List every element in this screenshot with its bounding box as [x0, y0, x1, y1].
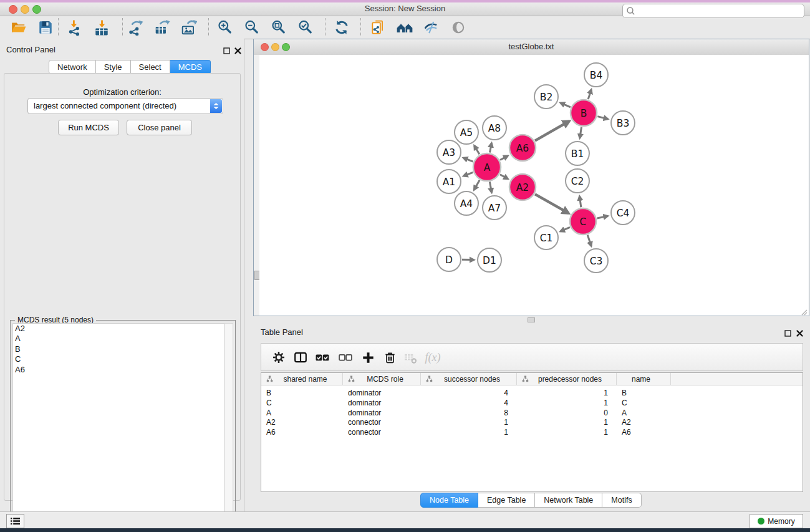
- tab-select[interactable]: Select: [131, 60, 170, 74]
- network-window-titlebar[interactable]: testGlobe.txt: [254, 39, 809, 56]
- cell-predecessor-nodes: 1: [517, 418, 608, 427]
- graph-node-D[interactable]: D: [437, 248, 461, 271]
- table-settings-icon[interactable]: [271, 350, 287, 365]
- export-image-icon[interactable]: [180, 19, 198, 36]
- result-item-A2[interactable]: A2: [13, 324, 225, 334]
- graph-edge-B-B1[interactable]: [580, 127, 582, 138]
- graph-node-A[interactable]: A: [473, 153, 501, 181]
- tab-style[interactable]: Style: [96, 60, 131, 74]
- import-table-icon[interactable]: [93, 19, 110, 36]
- zoom-out-icon[interactable]: [243, 19, 261, 36]
- result-item-B[interactable]: B: [13, 344, 225, 354]
- optimization-criterion-dropdown[interactable]: largest connected component (directed): [27, 98, 223, 114]
- home-view-icon[interactable]: [396, 19, 413, 36]
- graph-edge-A-A8[interactable]: [489, 143, 491, 153]
- deselect-all-icon[interactable]: [337, 350, 354, 365]
- horizontal-splitter[interactable]: [253, 316, 810, 322]
- graph-edge-A-A7[interactable]: [489, 182, 491, 193]
- zoom-fit-icon[interactable]: [270, 19, 287, 36]
- tab-network[interactable]: Network: [49, 60, 96, 74]
- graph-node-C2[interactable]: C2: [566, 169, 589, 193]
- tab-mcds[interactable]: MCDS: [170, 60, 211, 74]
- zoom-selected-icon[interactable]: [297, 19, 314, 36]
- save-session-icon[interactable]: [37, 19, 54, 36]
- result-item-A6[interactable]: A6: [13, 365, 225, 375]
- column-header-shared-name[interactable]: shared name: [261, 373, 343, 385]
- column-header-successor-nodes[interactable]: successor nodes: [421, 373, 517, 385]
- select-all-icon[interactable]: [314, 350, 330, 365]
- export-network-icon[interactable]: [127, 19, 144, 36]
- graph-node-B1[interactable]: B1: [566, 142, 589, 165]
- mcds-tab-content: Optimization criterion: largest connecte…: [4, 73, 241, 501]
- graph-node-C4[interactable]: C4: [611, 201, 635, 225]
- show-graphics-details-icon[interactable]: [450, 19, 467, 36]
- graph-edge-B-B3[interactable]: [597, 117, 607, 119]
- graph-edge-B-B2[interactable]: [561, 103, 571, 107]
- graph-node-A1[interactable]: A1: [437, 170, 461, 193]
- graph-node-A4[interactable]: A4: [455, 191, 478, 215]
- open-file-icon[interactable]: [10, 19, 27, 36]
- export-table-icon[interactable]: [153, 19, 171, 36]
- hide-graphics-details-icon[interactable]: [423, 19, 440, 36]
- graph-node-A7[interactable]: A7: [483, 196, 506, 220]
- graph-edge-A-A4[interactable]: [474, 180, 480, 190]
- graph-node-C[interactable]: C: [570, 208, 596, 235]
- graph-node-B[interactable]: B: [571, 100, 597, 126]
- delete-column-icon[interactable]: [382, 350, 398, 365]
- import-network-icon[interactable]: [66, 19, 84, 36]
- result-item-C[interactable]: C: [13, 354, 225, 364]
- run-mcds-button[interactable]: Run MCDS: [58, 120, 119, 135]
- search-input[interactable]: [622, 4, 804, 18]
- graph-edge-A-A1[interactable]: [463, 172, 473, 176]
- graph-node-B3[interactable]: B3: [611, 111, 635, 135]
- graph-node-A8[interactable]: A8: [483, 116, 506, 140]
- node-attribute-table[interactable]: shared nameMCDS rolesuccessor nodesprede…: [261, 372, 803, 492]
- graph-edge-B-B4[interactable]: [588, 90, 591, 99]
- column-header-MCDS-role[interactable]: MCDS role: [343, 373, 421, 385]
- graph-node-C3[interactable]: C3: [584, 249, 608, 273]
- tab-node-table[interactable]: Node Table: [420, 493, 478, 508]
- graph-node-A3[interactable]: A3: [437, 140, 461, 164]
- graph-node-C1[interactable]: C1: [534, 226, 558, 249]
- task-history-button[interactable]: [6, 514, 24, 528]
- add-column-icon[interactable]: [360, 350, 376, 365]
- graph-edge-A2-C[interactable]: [535, 194, 569, 213]
- toggle-columns-icon[interactable]: [292, 350, 309, 365]
- graph-node-A2[interactable]: A2: [509, 174, 536, 200]
- graph-edge-C-C4[interactable]: [597, 216, 607, 218]
- graph-node-B2[interactable]: B2: [534, 85, 558, 109]
- column-header-name[interactable]: name: [617, 373, 671, 385]
- float-table-panel-icon[interactable]: [784, 328, 791, 339]
- graph-edge-A-A6[interactable]: [500, 156, 508, 160]
- graph-node-A5[interactable]: A5: [455, 120, 478, 144]
- float-panel-icon[interactable]: [223, 46, 230, 57]
- graph-edge-C-C2[interactable]: [579, 196, 581, 207]
- graph-edge-C-C3[interactable]: [587, 235, 591, 246]
- graph-node-A6[interactable]: A6: [509, 135, 536, 161]
- mcds-result-list[interactable]: A2ABCA6: [12, 323, 226, 529]
- graph-node-B4[interactable]: B4: [584, 63, 608, 87]
- share-document-icon[interactable]: [369, 19, 387, 36]
- graph-node-D1[interactable]: D1: [478, 248, 501, 272]
- graph-edge-A6-B[interactable]: [535, 121, 569, 140]
- refresh-layout-icon[interactable]: [333, 19, 350, 36]
- graph-edge-A-A2[interactable]: [500, 175, 508, 179]
- result-scrollbar[interactable]: [224, 323, 233, 529]
- column-header-predecessor-nodes[interactable]: predecessor nodes: [517, 373, 617, 385]
- network-canvas[interactable]: A5A8A3A1A4A7AA6A2BB2B4B3B1CC2C4C1C3DD1: [259, 55, 809, 316]
- control-panel-title: Control Panel: [6, 45, 55, 54]
- memory-button[interactable]: Memory: [750, 514, 803, 528]
- result-item-A[interactable]: A: [13, 334, 225, 344]
- close-panel-button[interactable]: Close panel: [127, 120, 192, 135]
- graph-edge-C-C1[interactable]: [561, 227, 570, 231]
- close-table-panel-icon[interactable]: [796, 328, 803, 339]
- close-panel-icon[interactable]: [234, 46, 241, 57]
- splitter-grip[interactable]: [528, 317, 535, 322]
- window-resize-grip[interactable]: [800, 307, 808, 314]
- tab-motifs[interactable]: Motifs: [602, 493, 641, 508]
- graph-edge-A-A3[interactable]: [463, 158, 473, 162]
- graph-edge-A-A5[interactable]: [475, 146, 480, 155]
- zoom-in-icon[interactable]: [216, 19, 234, 36]
- tab-edge-table[interactable]: Edge Table: [478, 493, 535, 508]
- tab-network-table[interactable]: Network Table: [535, 493, 602, 508]
